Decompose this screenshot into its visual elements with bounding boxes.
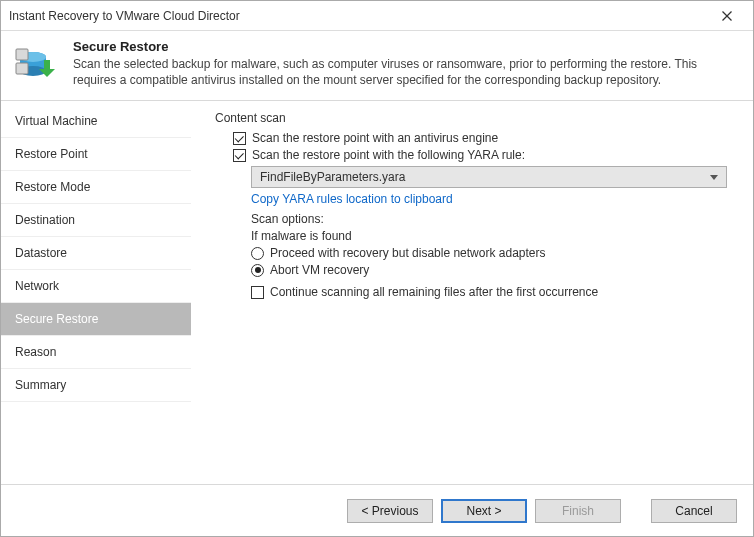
- yara-rule-select[interactable]: FindFileByParameters.yara: [251, 166, 727, 188]
- banner-description: Scan the selected backup for malware, su…: [73, 56, 739, 88]
- sidebar-item-reason[interactable]: Reason: [1, 336, 191, 369]
- sidebar-item-label: Secure Restore: [15, 312, 98, 326]
- scan-av-label: Scan the restore point with an antivirus…: [252, 131, 498, 145]
- sidebar-item-summary[interactable]: Summary: [1, 369, 191, 402]
- opt-proceed-radio[interactable]: [251, 247, 264, 260]
- window-title: Instant Recovery to VMware Cloud Directo…: [9, 9, 709, 23]
- continue-scan-label: Continue scanning all remaining files af…: [270, 285, 598, 299]
- previous-button[interactable]: < Previous: [347, 499, 433, 523]
- scan-yara-checkbox[interactable]: [233, 149, 246, 162]
- svg-rect-9: [44, 60, 50, 70]
- secure-restore-icon: [15, 41, 59, 85]
- button-label: Next >: [466, 504, 501, 518]
- button-label: < Previous: [361, 504, 418, 518]
- sidebar-item-label: Virtual Machine: [15, 114, 98, 128]
- scan-yara-row: Scan the restore point with the followin…: [233, 148, 731, 162]
- sidebar-item-label: Restore Mode: [15, 180, 90, 194]
- svg-rect-7: [16, 63, 28, 74]
- close-icon: [722, 11, 732, 21]
- opt-proceed-row: Proceed with recovery but disable networ…: [251, 246, 731, 260]
- sidebar-item-label: Network: [15, 279, 59, 293]
- sidebar-item-destination[interactable]: Destination: [1, 204, 191, 237]
- titlebar: Instant Recovery to VMware Cloud Directo…: [1, 1, 753, 31]
- sidebar-item-label: Datastore: [15, 246, 67, 260]
- sidebar-item-label: Summary: [15, 378, 66, 392]
- wizard-window: Instant Recovery to VMware Cloud Directo…: [0, 0, 754, 537]
- scan-options-label: Scan options:: [251, 212, 731, 226]
- continue-scan-row: Continue scanning all remaining files af…: [251, 285, 731, 299]
- continue-scan-checkbox[interactable]: [251, 286, 264, 299]
- button-label: Finish: [562, 504, 594, 518]
- close-button[interactable]: [709, 2, 745, 30]
- sidebar-item-label: Reason: [15, 345, 56, 359]
- content: Content scan Scan the restore point with…: [191, 101, 753, 484]
- body: Virtual Machine Restore Point Restore Mo…: [1, 101, 753, 484]
- opt-abort-radio[interactable]: [251, 264, 264, 277]
- banner: Secure Restore Scan the selected backup …: [1, 31, 753, 100]
- scan-av-row: Scan the restore point with an antivirus…: [233, 131, 731, 145]
- svg-rect-6: [16, 49, 28, 60]
- finish-button: Finish: [535, 499, 621, 523]
- sidebar-item-restore-point[interactable]: Restore Point: [1, 138, 191, 171]
- if-malware-found-label: If malware is found: [251, 229, 731, 243]
- footer: < Previous Next > Finish Cancel: [1, 484, 753, 536]
- content-scan-label: Content scan: [215, 111, 731, 125]
- opt-abort-label: Abort VM recovery: [270, 263, 369, 277]
- yara-rule-select-wrap: FindFileByParameters.yara: [251, 166, 731, 188]
- sidebar-item-label: Destination: [15, 213, 75, 227]
- opt-proceed-label: Proceed with recovery but disable networ…: [270, 246, 545, 260]
- copy-yara-row: Copy YARA rules location to clipboard: [251, 192, 731, 206]
- scan-av-checkbox[interactable]: [233, 132, 246, 145]
- sidebar-item-restore-mode[interactable]: Restore Mode: [1, 171, 191, 204]
- next-button[interactable]: Next >: [441, 499, 527, 523]
- scan-yara-label: Scan the restore point with the followin…: [252, 148, 525, 162]
- banner-text: Secure Restore Scan the selected backup …: [73, 39, 739, 88]
- banner-heading: Secure Restore: [73, 39, 739, 54]
- sidebar: Virtual Machine Restore Point Restore Mo…: [1, 101, 191, 484]
- cancel-button[interactable]: Cancel: [651, 499, 737, 523]
- sidebar-item-secure-restore[interactable]: Secure Restore: [1, 303, 191, 336]
- opt-abort-row: Abort VM recovery: [251, 263, 731, 277]
- yara-rule-value: FindFileByParameters.yara: [260, 170, 405, 184]
- sidebar-item-label: Restore Point: [15, 147, 88, 161]
- copy-yara-link[interactable]: Copy YARA rules location to clipboard: [251, 192, 453, 206]
- sidebar-item-datastore[interactable]: Datastore: [1, 237, 191, 270]
- button-label: Cancel: [675, 504, 712, 518]
- sidebar-item-network[interactable]: Network: [1, 270, 191, 303]
- sidebar-item-virtual-machine[interactable]: Virtual Machine: [1, 105, 191, 138]
